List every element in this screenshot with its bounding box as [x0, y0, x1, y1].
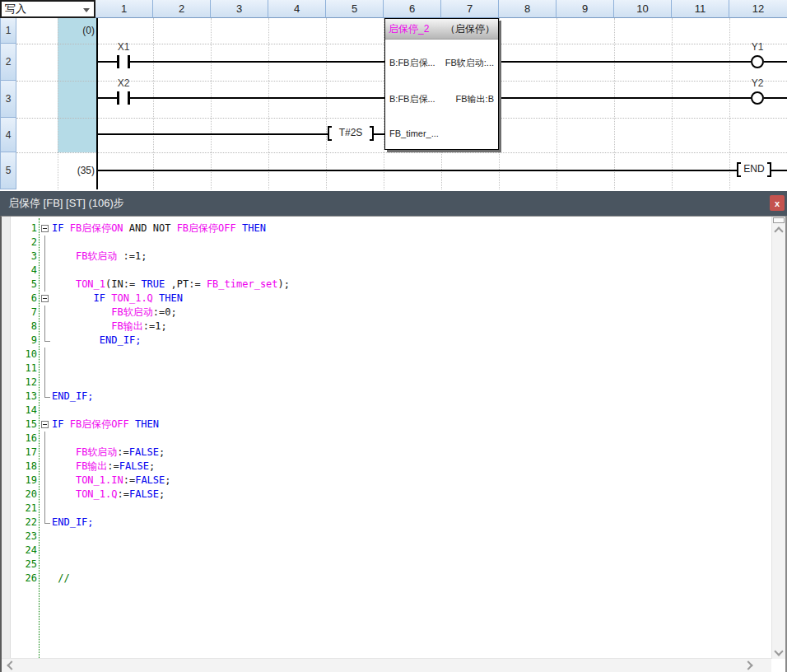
code-segment: :=1;: [143, 320, 167, 332]
code-line[interactable]: 13END_IF;: [10, 390, 767, 404]
code-segment: FB软启动: [111, 306, 152, 318]
close-button[interactable]: x: [770, 195, 785, 211]
fold-guide: [44, 236, 45, 250]
row-number: 2: [0, 44, 16, 81]
fb-input-pin: B:FB启保...: [389, 93, 435, 105]
coil-y2[interactable]: [751, 91, 764, 105]
code-line[interactable]: 2: [10, 236, 767, 250]
code-text: FB软启动 :=1;: [52, 250, 147, 264]
code-line[interactable]: 24: [10, 544, 767, 558]
code-line[interactable]: 17 FB软启动:=FALSE;: [10, 446, 767, 460]
code-line[interactable]: 23: [10, 530, 767, 544]
ladder-pane: 写入 123456789101112 12345 (0) (35) X1 X2 …: [0, 0, 787, 191]
line-number: 17: [10, 446, 37, 460]
ladder-wire: [97, 170, 737, 171]
code-line[interactable]: 14: [10, 404, 767, 418]
code-line[interactable]: 11: [10, 362, 767, 376]
column-header: 1: [95, 0, 153, 18]
left-rail-highlight: [58, 18, 96, 152]
mode-selector[interactable]: 写入: [0, 0, 95, 18]
splitter-handle[interactable]: [773, 217, 785, 223]
code-segment: THEN: [129, 418, 159, 430]
horizontal-scrollbar[interactable]: [2, 658, 771, 672]
scroll-up-icon[interactable]: [774, 226, 783, 236]
code-text: FB输出:=1;: [52, 320, 167, 334]
line-number: 12: [10, 376, 37, 390]
function-block-type-name: （启保停）: [445, 22, 495, 36]
code-segment: ;: [165, 474, 170, 486]
code-line[interactable]: 12: [10, 376, 767, 390]
code-line[interactable]: 5 TON_1(IN:= TRUE ,PT:= FB_timer_set);: [10, 278, 767, 292]
fold-guide: [44, 334, 50, 342]
contact-x1[interactable]: [117, 55, 119, 68]
ladder-wire: [771, 170, 787, 171]
code-line[interactable]: 8 FB输出:=1;: [10, 320, 767, 334]
code-line[interactable]: 7 FB软启动:=0;: [10, 306, 767, 320]
code-line[interactable]: 16: [10, 432, 767, 446]
code-segment: THEN: [236, 222, 266, 234]
code-line[interactable]: 21: [10, 502, 767, 516]
code-line[interactable]: 6 IF TON_1.Q THEN: [10, 292, 767, 306]
fold-guide: [44, 516, 50, 524]
fb-input-pin: FB_timer_...: [389, 128, 439, 139]
code-line[interactable]: 26 //: [10, 572, 767, 586]
contact-x2[interactable]: [117, 91, 119, 105]
coil-y1[interactable]: [751, 55, 764, 68]
st-editor[interactable]: 1IF FB启保停ON AND NOT FB启保停OFF THEN23 FB软启…: [0, 216, 787, 672]
statement-number: (0): [58, 25, 96, 36]
code-line[interactable]: 15IF FB启保停OFF THEN: [10, 418, 767, 432]
code-segment: ,PT:=: [165, 278, 207, 290]
code-line[interactable]: 9 END_IF;: [10, 334, 767, 348]
code-line[interactable]: 3 FB软启动 :=1;: [10, 250, 767, 264]
line-number: 6: [10, 292, 37, 306]
scroll-right-icon[interactable]: [743, 660, 752, 670]
code-segment: :=: [117, 446, 128, 458]
scroll-down-icon[interactable]: [774, 646, 783, 656]
code-line[interactable]: 20 TON_1.Q:=FALSE;: [10, 488, 767, 502]
code-segment: FB软启动: [76, 446, 117, 458]
code-line[interactable]: 1IF FB启保停ON AND NOT FB启保停OFF THEN: [10, 222, 767, 236]
fold-toggle-icon[interactable]: [41, 421, 49, 428]
line-number: 18: [10, 460, 37, 474]
timer-constant[interactable]: T#2S: [328, 126, 374, 141]
code-line[interactable]: 18 FB输出:=FALSE;: [10, 460, 767, 474]
fold-toggle-icon[interactable]: [41, 295, 49, 302]
line-number: 7: [10, 306, 37, 320]
line-number: 14: [10, 404, 37, 418]
code-segment: ;: [149, 460, 155, 472]
column-header: 2: [153, 0, 211, 18]
code-segment: (IN:=: [105, 278, 141, 290]
code-segment: FALSE: [129, 446, 159, 458]
code-line[interactable]: 4: [10, 264, 767, 278]
code-line[interactable]: 10: [10, 348, 767, 362]
code-segment: ;: [159, 446, 165, 458]
row-gutter: 12345: [0, 18, 16, 189]
code-segment: :=0;: [153, 306, 177, 318]
code-text: TON_1.Q:=FALSE;: [52, 488, 165, 502]
vertical-scrollbar[interactable]: [771, 217, 785, 659]
scroll-left-icon[interactable]: [7, 660, 16, 670]
fold-guide: [44, 432, 45, 446]
column-header: 10: [614, 0, 672, 18]
code-line[interactable]: 19 TON_1.IN:=FALSE;: [10, 474, 767, 488]
grid-line: [499, 18, 500, 189]
line-number: 5: [10, 278, 37, 292]
fb-input-pin: B:FB启保...: [389, 57, 435, 68]
code-segment: );: [278, 278, 290, 290]
code-line[interactable]: 22END_IF;: [10, 516, 767, 530]
end-instruction-label: END: [741, 162, 767, 177]
code-text: IF FB启保停ON AND NOT FB启保停OFF THEN: [52, 222, 266, 236]
column-header: 8: [499, 0, 556, 18]
line-number: 11: [10, 362, 37, 376]
code-line[interactable]: 25: [10, 558, 767, 572]
function-block[interactable]: 启保停_2 （启保停） B:FB启保... B:FB启保... FB_timer…: [384, 18, 499, 150]
ladder-wire: [499, 97, 751, 99]
code-segment: TON_1.Q: [111, 292, 153, 304]
end-instruction[interactable]: END: [737, 162, 771, 177]
contact-x2[interactable]: [128, 91, 130, 105]
fold-guide: [44, 488, 45, 502]
contact-x1[interactable]: [128, 55, 130, 68]
row-number: 1: [0, 18, 16, 44]
grid-line: [556, 18, 557, 189]
fold-toggle-icon[interactable]: [41, 225, 49, 232]
